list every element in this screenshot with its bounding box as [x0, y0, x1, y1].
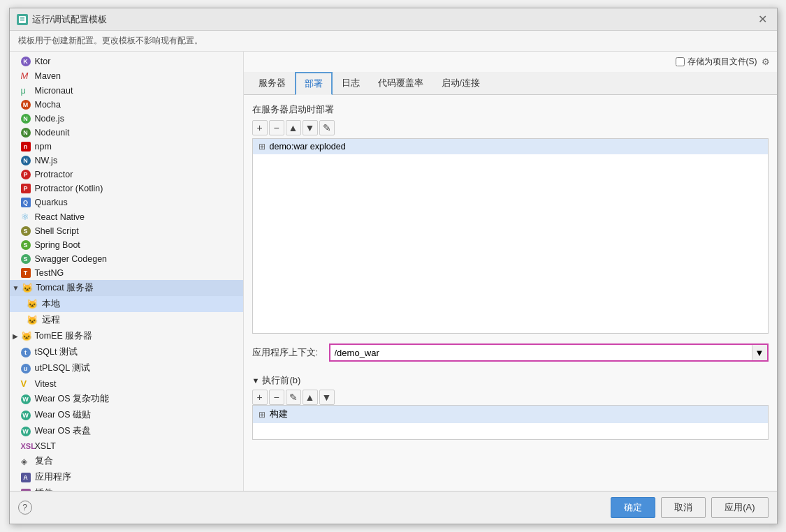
sidebar-item-compound[interactable]: ◈ 复合 [10, 453, 243, 469]
sidebar-item-wear-tiles[interactable]: W Wear OS 磁贴 [10, 407, 243, 423]
cancel-button[interactable]: 取消 [661, 497, 706, 518]
dropdown-arrow-icon: ▼ [755, 348, 764, 358]
subtitle-bar: 模板用于创建新配置。更改模板不影响现有配置。 [10, 31, 777, 52]
mocha-icon: M [21, 100, 31, 110]
svg-rect-1 [20, 17, 24, 19]
move-down-deploy-button[interactable]: ▼ [303, 120, 318, 135]
tab-log-label: 日志 [342, 77, 360, 88]
sidebar-item-maven[interactable]: M Maven [10, 68, 243, 83]
tab-coverage[interactable]: 代码覆盖率 [369, 72, 432, 95]
sidebar-item-wear-complex[interactable]: W Wear OS 复杂功能 [10, 391, 243, 407]
sidebar-item-protractor-kotlin[interactable]: P Protractor (Kotlin) [10, 182, 243, 195]
sidebar-item-ktor[interactable]: K Ktor [10, 54, 243, 68]
context-input[interactable] [330, 346, 752, 360]
sidebar-label-nwjs: NW.js [35, 156, 58, 165]
swagger-icon: S [21, 254, 31, 264]
ok-button[interactable]: 确定 [611, 497, 655, 518]
sidebar-item-testng[interactable]: T TestNG [10, 266, 243, 280]
sidebar-item-spring-boot[interactable]: S Spring Boot [10, 238, 243, 252]
vitest-icon: V [21, 378, 31, 389]
sidebar-item-nodejs[interactable]: N Node.js [10, 112, 243, 126]
sidebar-item-wear-watch[interactable]: W Wear OS 表盘 [10, 423, 243, 439]
sidebar-item-app[interactable]: A 应用程序 [10, 469, 243, 485]
add-deploy-button[interactable]: + [252, 120, 268, 135]
sidebar-label-compound: 复合 [35, 455, 53, 467]
wear-tiles-icon: W [21, 411, 31, 420]
help-button[interactable]: ? [18, 501, 32, 515]
sidebar-label-nodejs: Node.js [35, 114, 64, 124]
protractor-kotlin-icon: P [21, 184, 31, 193]
save-project-checkbox[interactable] [676, 57, 685, 66]
sidebar-item-quarkus[interactable]: Q Quarkus [10, 195, 243, 209]
sidebar-item-tsqlt[interactable]: t tSQLt 测试 [10, 344, 243, 360]
dialog-icon [17, 14, 28, 25]
remote-cat-icon: 🐱 [27, 315, 38, 325]
sidebar-label-wear-complex: Wear OS 复杂功能 [35, 393, 110, 405]
dialog-footer: ? 确定 取消 应用(A) [10, 491, 777, 524]
tab-coverage-label: 代码覆盖率 [378, 77, 423, 88]
sidebar-label-tsqlt: tSQLt 测试 [35, 346, 78, 358]
tab-log[interactable]: 日志 [333, 72, 369, 95]
deploy-list-item[interactable]: ⊞ demo:war exploded [253, 139, 768, 154]
sidebar-item-utplsql[interactable]: u utPLSQL 测试 [10, 360, 243, 376]
sidebar-label-quarkus: Quarkus [35, 198, 68, 207]
right-header: 存储为项目文件(S) ⚙ [244, 52, 777, 72]
tab-startup[interactable]: 启动/连接 [432, 72, 490, 95]
save-project-checkbox-label[interactable]: 存储为项目文件(S) [676, 56, 757, 68]
sidebar-item-nodeunit[interactable]: N Nodeunit [10, 126, 243, 140]
nodejs-icon: N [21, 114, 31, 124]
close-button[interactable]: ✕ [755, 13, 770, 26]
add-before-button[interactable]: + [252, 390, 268, 405]
spring-boot-icon: S [21, 240, 31, 250]
move-up-before-button[interactable]: ▲ [303, 390, 318, 405]
sidebar-item-nwjs[interactable]: N NW.js [10, 154, 243, 168]
before-toolbar: + − ✎ ▲ ▼ [252, 390, 769, 405]
sidebar-label-ktor: Ktor [35, 57, 51, 66]
edit-before-button[interactable]: ✎ [286, 390, 301, 405]
context-dropdown-button[interactable]: ▼ [752, 345, 767, 360]
tomcat-cat-icon: 🐱 [22, 283, 33, 293]
remove-deploy-button[interactable]: − [269, 120, 284, 135]
edit-deploy-button[interactable]: ✎ [319, 120, 335, 135]
tab-deploy[interactable]: 部署 [295, 72, 333, 95]
sidebar-label-react-native: React Native [35, 212, 85, 222]
before-list-item[interactable]: ⊞ 构建 [253, 406, 768, 423]
deploy-section-title: 在服务器启动时部署 [252, 103, 769, 116]
sidebar-item-plugin[interactable]: P 插件 [10, 485, 243, 491]
sidebar-item-shell-script[interactable]: S Shell Script [10, 224, 243, 238]
move-up-deploy-button[interactable]: ▲ [286, 120, 301, 135]
before-list: ⊞ 构建 [252, 405, 769, 440]
sidebar-item-protractor[interactable]: P Protractor [10, 168, 243, 182]
sidebar: K Ktor M Maven μ Micronaut M Mocha N Nod… [10, 52, 244, 491]
sidebar-item-react-native[interactable]: ⚛ React Native [10, 209, 243, 224]
sidebar-item-mocha[interactable]: M Mocha [10, 98, 243, 112]
sidebar-item-swagger[interactable]: S Swagger Codegen [10, 252, 243, 266]
sidebar-item-tomee[interactable]: ▶ 🐱 TomEE 服务器 [10, 328, 243, 344]
main-dialog: 运行/调试配置模板 ✕ 模板用于创建新配置。更改模板不影响现有配置。 K Kto… [9, 8, 778, 524]
tab-server[interactable]: 服务器 [249, 72, 295, 95]
micronaut-icon: μ [21, 85, 31, 96]
main-content: K Ktor M Maven μ Micronaut M Mocha N Nod… [10, 52, 777, 491]
move-down-before-button[interactable]: ▼ [319, 390, 335, 405]
sidebar-label-mocha: Mocha [35, 100, 61, 110]
sidebar-item-micronaut[interactable]: μ Micronaut [10, 83, 243, 98]
compound-icon: ◈ [21, 457, 31, 466]
before-section-arrow[interactable]: ▼ [252, 376, 260, 385]
sidebar-item-tomcat[interactable]: ▼ 🐱 Tomcat 服务器 [10, 280, 243, 296]
settings-icon[interactable]: ⚙ [762, 57, 770, 67]
remove-before-button[interactable]: − [269, 390, 284, 405]
sidebar-item-xslt[interactable]: XSL XSLT [10, 439, 243, 453]
title-bar: 运行/调试配置模板 ✕ [10, 8, 777, 31]
deploy-toolbar: + − ▲ ▼ ✎ [252, 120, 769, 135]
apply-button[interactable]: 应用(A) [711, 497, 768, 518]
sidebar-item-vitest[interactable]: V Vitest [10, 376, 243, 391]
sidebar-item-remote[interactable]: 🐱 远程 [10, 312, 243, 328]
sidebar-item-local[interactable]: 🐱 本地 [10, 296, 243, 312]
shell-script-icon: S [21, 226, 31, 236]
wear-complex-icon: W [21, 394, 31, 404]
sidebar-item-npm[interactable]: n npm [10, 140, 243, 154]
tabs-bar: 服务器 部署 日志 代码覆盖率 启动/连接 [244, 72, 777, 95]
utplsql-icon: u [21, 364, 31, 374]
app-icon: A [21, 473, 31, 482]
tomcat-expand-icon: ▼ [13, 284, 20, 292]
